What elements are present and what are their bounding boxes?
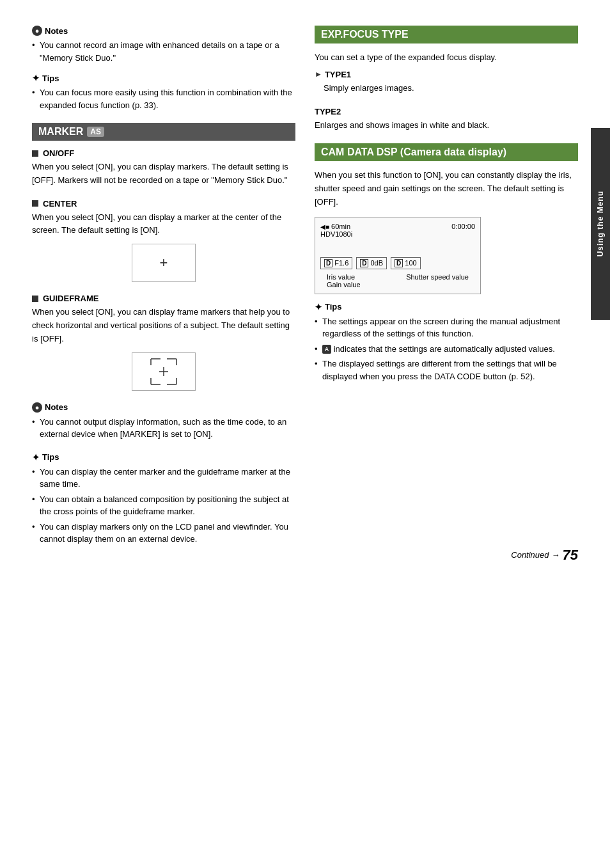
onoff-header: ON/OFF [32, 148, 295, 158]
tips-icon-2: ✦ [32, 452, 40, 462]
bottom-tips-item-2: You can display markers only on the LCD … [32, 521, 295, 546]
cam-tips-item-0: The settings appear on the screen during… [315, 315, 578, 340]
gain-label: Gain value [327, 281, 361, 288]
left-column: ● Notes You cannot record an image with … [32, 26, 295, 557]
square-icon [32, 150, 38, 157]
center-label: CENTER [43, 199, 77, 209]
arrow-icon: → [552, 550, 560, 560]
tips-header: ✦ Tips [32, 73, 295, 83]
notes-item: You cannot record an image with enhanced… [32, 39, 295, 64]
cam-tape-info: ◀■ 60min HDV1080i [320, 223, 352, 238]
exp-focus-intro: You can set a type of the expanded focus… [315, 51, 578, 65]
guideframe-section: GUIDEFRAME When you select [ON], you can… [32, 294, 295, 390]
cam-gain-box: D 0dB [356, 257, 387, 269]
cam-shutter-box: D 100 [391, 257, 421, 269]
tips-list: You can focus more easily using this fun… [32, 86, 295, 111]
guideframe-svg [141, 356, 186, 388]
right-column: EXP.FOCUS TYPE You can set a type of the… [315, 26, 578, 557]
side-tab: Using the Menu [591, 128, 610, 320]
cam-iris-box: D F1.6 [320, 257, 352, 269]
type1-section: ► TYPE1 Simply enlarges images. [315, 70, 578, 95]
format-label: HDV1080i [320, 230, 352, 238]
cam-data-top-row: ◀■ 60min HDV1080i 0:00:00 [320, 223, 475, 238]
marker-header: MARKER AS [32, 123, 295, 141]
page-number: 75 [563, 547, 578, 564]
cam-tips-header: ✦ Tips [315, 302, 578, 312]
bottom-tips-header: ✦ Tips [32, 452, 295, 462]
cam-label-left: Iris value Gain value [327, 273, 361, 288]
cam-data-diagram: ◀■ 60min HDV1080i 0:00:00 D F1.6 D 0dB [315, 217, 481, 294]
bottom-tips-item-1: You can obtain a balanced composition by… [32, 493, 295, 518]
notes-header: ● Notes [32, 26, 295, 36]
cam-tips-item-2: The displayed settings are different fro… [315, 358, 578, 383]
tips-icon: ✦ [32, 73, 40, 83]
d-icon-2: D [360, 259, 368, 267]
crosshair-icon: + [160, 255, 168, 271]
exp-focus-title: EXP.FOCUS TYPE [321, 29, 409, 40]
type2-label: TYPE2 [315, 107, 341, 116]
gain-value: 0dB [370, 259, 383, 267]
cam-data-labels: Iris value Gain value Shutter speed valu… [320, 273, 475, 288]
center-section: CENTER When you select [ON], you can dis… [32, 199, 295, 283]
type1-header: ► TYPE1 [315, 70, 578, 79]
type1-text: Simply enlarges images. [315, 82, 578, 95]
cam-tips-list: The settings appear on the screen during… [315, 315, 578, 383]
type1-arrow: ► [315, 70, 322, 79]
iris-value: F1.6 [334, 259, 348, 267]
type2-header: TYPE2 [315, 107, 578, 116]
cam-data-title: CAM DATA DSP (Camera data display) [321, 146, 506, 157]
tips-icon-3: ✦ [315, 302, 322, 312]
bottom-tips-list: You can display the center marker and th… [32, 466, 295, 546]
cam-data-intro: When you set this function to [ON], you … [315, 169, 578, 209]
guideframe-label: GUIDEFRAME [43, 294, 98, 303]
cam-data-bottom-row: D F1.6 D 0dB D 100 [320, 257, 475, 269]
tips-label: Tips [42, 74, 59, 83]
guideframe-header: GUIDEFRAME [32, 294, 295, 303]
center-diagram: + [132, 244, 196, 282]
marker-section: MARKER AS ON/OFF When you select [ON], y… [32, 123, 295, 391]
tape-icon: ◀■ [320, 223, 329, 230]
notes-list: You cannot record an image with enhanced… [32, 39, 295, 64]
center-text: When you select [ON], you can display a … [32, 211, 295, 238]
notes-icon: ● [32, 26, 42, 36]
square-icon-2 [32, 200, 38, 207]
tape-min: 60min [331, 223, 350, 230]
bottom-notes-section: ● Notes You cannot output display inform… [32, 402, 295, 441]
onoff-text: When you select [ON], you can display ma… [32, 161, 295, 187]
continued-label: Continued [511, 550, 549, 560]
cam-data-section: CAM DATA DSP (Camera data display) When … [315, 143, 578, 383]
onoff-label: ON/OFF [43, 148, 74, 158]
cam-label-right: Shutter speed value [406, 273, 469, 288]
bottom-notes-header: ● Notes [32, 402, 295, 413]
top-notes-section: ● Notes You cannot record an image with … [32, 26, 295, 64]
auto-icon: A [322, 345, 331, 354]
iris-label: Iris value [327, 273, 361, 281]
cam-tips-section: ✦ Tips The settings appear on the screen… [315, 302, 578, 383]
center-header: CENTER [32, 199, 295, 209]
guideframe-diagram [132, 352, 196, 391]
shutter-value: 100 [405, 259, 416, 267]
exp-focus-header: EXP.FOCUS TYPE [315, 26, 578, 43]
bottom-tips-label: Tips [42, 452, 59, 462]
d-icon-1: D [324, 259, 332, 267]
cam-tips-label: Tips [325, 302, 342, 312]
bottom-notes-label: Notes [45, 402, 68, 412]
bottom-tips-section: ✦ Tips You can display the center marker… [32, 452, 295, 546]
side-tab-text: Using the Menu [596, 191, 605, 256]
notes-label: Notes [45, 26, 68, 36]
cam-tips-auto-text: indicates that the settings are automati… [334, 344, 555, 354]
bottom-notes-list: You cannot output display information, s… [32, 416, 295, 441]
guideframe-text: When you select [ON], you can display fr… [32, 306, 295, 345]
continued-footer: Continued → 75 [511, 547, 578, 564]
shutter-label: Shutter speed value [406, 273, 469, 281]
tips-item: You can focus more easily using this fun… [32, 86, 295, 111]
cam-tips-item-1: A indicates that the settings are automa… [315, 343, 578, 356]
type2-section: TYPE2 Enlarges and shows images in white… [315, 107, 578, 132]
type2-text: Enlarges and shows images in white and b… [315, 119, 578, 132]
type1-label: TYPE1 [325, 70, 351, 79]
top-tips-section: ✦ Tips You can focus more easily using t… [32, 73, 295, 111]
cam-data-header: CAM DATA DSP (Camera data display) [315, 143, 578, 161]
as-badge: AS [87, 127, 104, 137]
d-icon-3: D [395, 259, 403, 267]
marker-title: MARKER [38, 126, 83, 138]
